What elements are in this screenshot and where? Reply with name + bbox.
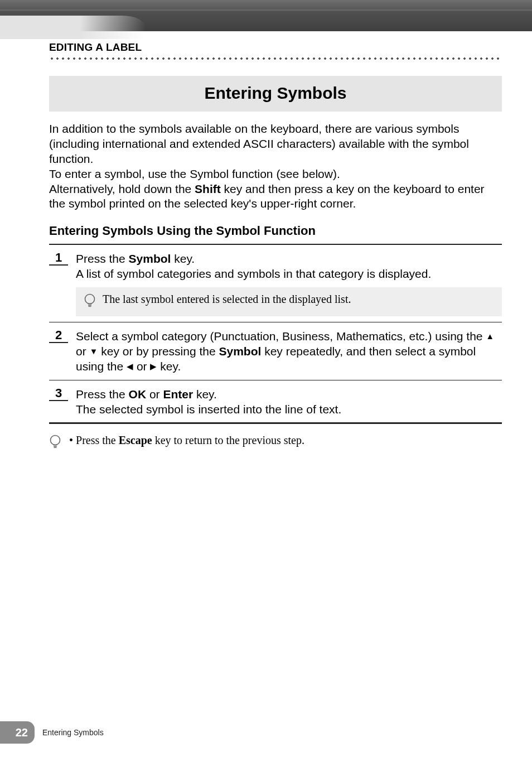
header-band bbox=[0, 0, 532, 31]
steps-list: 1Press the Symbol key.A list of symbol c… bbox=[49, 252, 502, 424]
dotted-rule bbox=[49, 57, 502, 61]
arrow-right-icon: ▶ bbox=[150, 362, 157, 370]
title-band: Entering Symbols bbox=[49, 76, 502, 112]
lightbulb-icon bbox=[49, 434, 61, 451]
footer-note-text: • Press the Escape key to return to the … bbox=[69, 434, 304, 447]
step-body: Select a symbol category (Punctuation, B… bbox=[76, 329, 502, 374]
step-row: 3Press the OK or Enter key.The selected … bbox=[49, 387, 502, 417]
step-number: 3 bbox=[49, 387, 68, 401]
arrow-down-icon: ▼ bbox=[90, 347, 98, 355]
step-row: 2Select a symbol category (Punctuation, … bbox=[49, 329, 502, 374]
svg-point-0 bbox=[85, 295, 95, 304]
note-box: The last symbol entered is selected in t… bbox=[76, 287, 502, 316]
footer-section-title: Entering Symbols bbox=[42, 728, 104, 737]
intro-p1: In addition to the symbols available on … bbox=[49, 122, 502, 167]
rule bbox=[49, 422, 502, 424]
step-number: 2 bbox=[49, 329, 68, 343]
header-overlay bbox=[0, 16, 145, 39]
chapter-heading: EDITING A LABEL bbox=[49, 41, 502, 57]
page-number-badge: 22 bbox=[0, 721, 35, 744]
subheading: Entering Symbols Using the Symbol Functi… bbox=[49, 224, 502, 238]
intro-block: In addition to the symbols available on … bbox=[49, 122, 502, 211]
step-row: 1Press the Symbol key.A list of symbol c… bbox=[49, 252, 502, 282]
page-content: EDITING A LABEL Entering Symbols In addi… bbox=[0, 31, 532, 451]
rule bbox=[49, 322, 502, 322]
step-body: Press the Symbol key.A list of symbol ca… bbox=[76, 252, 502, 282]
rule-heavy-top bbox=[49, 244, 502, 245]
page-title: Entering Symbols bbox=[49, 84, 502, 103]
note-text: The last symbol entered is selected in t… bbox=[103, 293, 351, 306]
rule bbox=[49, 380, 502, 380]
page-footer: 22 Entering Symbols bbox=[0, 721, 104, 744]
footer-note: • Press the Escape key to return to the … bbox=[49, 434, 502, 451]
lightbulb-icon bbox=[84, 293, 96, 310]
intro-p2: To enter a symbol, use the Symbol functi… bbox=[49, 167, 502, 182]
arrow-left-icon: ◀ bbox=[127, 362, 133, 370]
step-number: 1 bbox=[49, 252, 68, 266]
step-body: Press the OK or Enter key.The selected s… bbox=[76, 387, 502, 417]
svg-point-1 bbox=[51, 436, 60, 445]
intro-p3: Alternatively, hold down the Shift key a… bbox=[49, 182, 502, 212]
arrow-up-icon: ▲ bbox=[486, 332, 494, 340]
